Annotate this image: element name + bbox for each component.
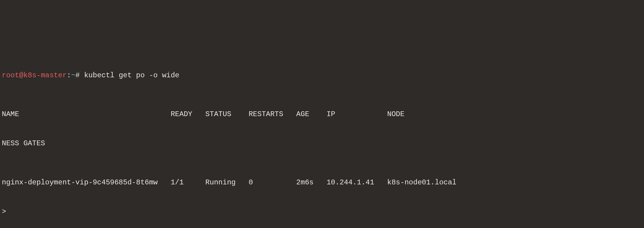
prompt-line-1: root@k8s-master:~# kubectl get po -o wid… — [0, 71, 644, 80]
prompt-hash: # — [75, 71, 84, 79]
table-row-wrap: > — [0, 207, 644, 217]
terminal-output: root@k8s-master:~# kubectl get po -o wid… — [0, 42, 644, 228]
prompt-user: root — [2, 71, 19, 79]
command-text: kubectl get po -o wide — [84, 71, 179, 79]
table-header-line2: NESS GATES — [0, 139, 644, 148]
table-header-line1: NAME READY STATUS RESTARTS AGE IP NODE — [0, 109, 644, 119]
prompt-at: @ — [19, 71, 23, 79]
prompt-colon: : — [67, 71, 71, 79]
table-row: nginx-deployment-vip-9c459685d-8t6mw 1/1… — [0, 178, 644, 187]
prompt-host: k8s-master — [23, 71, 67, 79]
prompt-path: ~ — [71, 71, 75, 79]
